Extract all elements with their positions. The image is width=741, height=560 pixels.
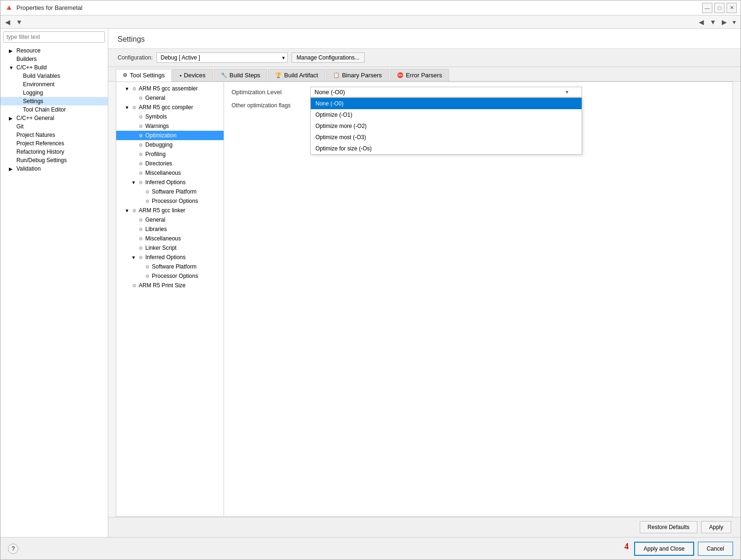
opt-option-o1[interactable]: Optimize (-O1): [311, 109, 582, 120]
sidebar-item-refactoring-history[interactable]: Refactoring History: [0, 148, 108, 156]
stree-software-platform-1[interactable]: ⚙ Software Platform: [116, 187, 224, 196]
maximize-button[interactable]: □: [714, 3, 725, 13]
opt-level-options-list: None (-O0) Optimize (-O1) Optimize more …: [310, 97, 582, 155]
opt-option-none[interactable]: None (-O0): [311, 98, 582, 109]
sidebar-item-ccpp-build[interactable]: ▼ C/C++ Build: [0, 63, 108, 72]
stree-linker-general[interactable]: ⚙ General: [116, 215, 224, 224]
opt-level-dropdown[interactable]: None (-O0) ▾ None (-O0) Optimize (-O1) O…: [310, 87, 582, 97]
tab-build-artifact[interactable]: 🏆 Build Artifact: [268, 69, 325, 81]
tab-error-parsers[interactable]: ⛔ Error Parsers: [390, 69, 449, 81]
stree-warnings[interactable]: ⚙ Warnings: [116, 121, 224, 131]
sidebar-item-label: Build Variables: [23, 73, 60, 79]
stree-processor-options-2[interactable]: ⚙ Processor Options: [116, 271, 224, 281]
forward-button[interactable]: ▼: [14, 17, 24, 27]
help-button[interactable]: ?: [8, 544, 18, 554]
opt-level-selected[interactable]: None (-O0) ▾: [310, 87, 582, 97]
sidebar-item-label: C/C++ Build: [16, 64, 47, 71]
sidebar-item-run-debug-settings[interactable]: Run/Debug Settings: [0, 156, 108, 164]
config-select[interactable]: Debug [ Active ]: [157, 52, 288, 63]
stree-label: Inferred Options: [145, 179, 186, 186]
stree-arm-compiler[interactable]: ▼ ⚙ ARM R5 gcc compiler: [116, 103, 224, 112]
gear-icon: ⚙: [131, 86, 137, 91]
gear-icon: ⚙: [137, 171, 144, 176]
manage-configurations-button[interactable]: Manage Configurations...: [292, 52, 365, 63]
tab-build-steps[interactable]: 🔧 Build Steps: [214, 69, 268, 81]
sidebar-item-project-natures[interactable]: Project Natures: [0, 131, 108, 139]
back-button[interactable]: ◀: [3, 17, 12, 27]
sidebar-item-logging[interactable]: Logging 1: [0, 89, 108, 97]
gear-icon: ⚙: [144, 199, 150, 204]
arrow-icon: ▼: [131, 180, 136, 185]
config-select-wrap[interactable]: Debug [ Active ]: [157, 52, 288, 63]
sidebar-item-label: Validation: [16, 165, 41, 172]
cancel-button[interactable]: Cancel: [698, 542, 733, 556]
sidebar-item-project-references[interactable]: Project References: [0, 139, 108, 148]
tab-label: Build Steps: [230, 72, 261, 79]
opt-option-o2[interactable]: Optimize more (-O2): [311, 120, 582, 132]
binary-parsers-icon: 📋: [333, 72, 340, 78]
apply-button[interactable]: Apply: [701, 521, 731, 533]
stree-software-platform-2[interactable]: ⚙ Software Platform: [116, 262, 224, 271]
gear-icon: ⚙: [137, 227, 144, 232]
sidebar-item-ccpp-general[interactable]: ▶ C/C++ General: [0, 114, 108, 122]
gear-icon: ⚙: [144, 274, 150, 279]
tab-tool-settings[interactable]: ⚙ Tool Settings: [116, 69, 172, 82]
stree-processor-options-1[interactable]: ⚙ Processor Options: [116, 196, 224, 206]
sidebar-tree: ▶ Resource Builders ▼ C/C++ Build Build …: [0, 45, 108, 537]
apply-and-close-button[interactable]: Apply and Close: [634, 542, 694, 556]
stree-arm-assembler[interactable]: ▼ ⚙ ARM R5 gcc assembler: [116, 84, 224, 93]
sidebar-item-environment[interactable]: Environment: [0, 80, 108, 89]
stree-label: Software Platform: [152, 263, 196, 270]
sidebar-item-label: Project Natures: [16, 132, 55, 138]
stree-arm-print-size[interactable]: ⚙ ARM R5 Print Size: [116, 281, 224, 290]
gear-icon: ⚙: [137, 236, 144, 241]
sidebar-item-settings[interactable]: Settings: [0, 97, 108, 105]
sidebar-item-tool-chain-editor[interactable]: Tool Chain Editor: [0, 105, 108, 114]
stree-inferred-options-1[interactable]: ▼ ⚙ Inferred Options: [116, 178, 224, 187]
opt-option-os[interactable]: Optimize for size (-Os): [311, 143, 582, 154]
tab-binary-parsers[interactable]: 📋 Binary Parsers: [326, 69, 389, 81]
opt-level-label-text: Optimization Level: [232, 89, 282, 96]
sidebar-item-builders[interactable]: Builders: [0, 55, 108, 63]
filter-input[interactable]: [3, 31, 105, 43]
stree-label: Processor Options: [152, 273, 198, 279]
stree-directories[interactable]: ⚙ Directories: [116, 159, 224, 168]
nav-back-button[interactable]: ◀: [697, 17, 706, 27]
window-title: Properties for Baremetal: [16, 4, 702, 11]
stree-symbols[interactable]: ⚙ Symbols: [116, 112, 224, 121]
nav-forward-button[interactable]: ▶: [720, 17, 729, 27]
sidebar-item-git[interactable]: Git: [0, 122, 108, 131]
gear-icon: ⚙: [137, 152, 144, 157]
main-area: ▶ Resource Builders ▼ C/C++ Build Build …: [0, 29, 741, 537]
stree-label: Inferred Options: [145, 254, 186, 261]
stree-optimization[interactable]: ⚙ Optimization 2: [116, 131, 224, 140]
sidebar-item-resource[interactable]: ▶ Resource: [0, 46, 108, 55]
gear-icon: ⚙: [137, 114, 144, 119]
settings-header: Settings: [108, 29, 741, 49]
gear-icon: ⚙: [137, 161, 144, 166]
stree-libraries[interactable]: ⚙ Libraries: [116, 224, 224, 234]
gear-icon: ⚙: [137, 133, 144, 138]
arrow-icon: ▶: [9, 166, 15, 172]
restore-defaults-button[interactable]: Restore Defaults: [640, 521, 697, 533]
stree-linker-script[interactable]: ⚙ Linker Script: [116, 243, 224, 253]
sidebar-item-validation[interactable]: ▶ Validation: [0, 164, 108, 173]
close-button[interactable]: ✕: [726, 3, 737, 13]
stree-label: Linker Script: [145, 245, 177, 251]
stree-inferred-options-2[interactable]: ▼ ⚙ Inferred Options: [116, 253, 224, 262]
stree-profiling[interactable]: ⚙ Profiling: [116, 149, 224, 159]
tab-label: Tool Settings: [130, 72, 165, 79]
settings-body: ▼ ⚙ ARM R5 gcc assembler ⚙ General ▼ ⚙ A…: [116, 82, 733, 517]
stree-linker-misc[interactable]: ⚙ Miscellaneous: [116, 234, 224, 243]
stree-arm-linker[interactable]: ▼ ⚙ ARM R5 gcc linker: [116, 206, 224, 215]
nav-dropdown-button[interactable]: ▾: [731, 17, 738, 27]
stree-miscellaneous[interactable]: ⚙ Miscellaneous: [116, 168, 224, 178]
minimize-button[interactable]: —: [702, 3, 712, 13]
opt-option-o3[interactable]: Optimize most (-O3): [311, 132, 582, 143]
sidebar-item-build-variables[interactable]: Build Variables: [0, 72, 108, 80]
stree-asm-general[interactable]: ⚙ General: [116, 93, 224, 103]
nav-down-button[interactable]: ▼: [708, 17, 718, 27]
stree-debugging[interactable]: ⚙ Debugging: [116, 140, 224, 149]
tab-devices[interactable]: ▪ Devices: [172, 69, 212, 81]
stree-label: General: [145, 95, 165, 101]
